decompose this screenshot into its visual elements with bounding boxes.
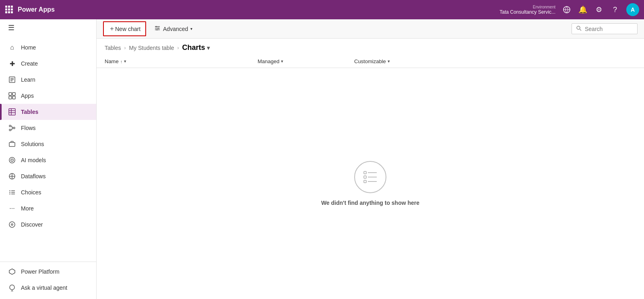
breadcrumb-sep-2: › (178, 45, 179, 51)
sidebar-solutions-label: Solutions (21, 141, 44, 147)
svg-rect-26 (9, 142, 15, 146)
help-icon[interactable]: ? (610, 5, 620, 14)
sidebar-home-label: Home (21, 44, 36, 51)
svg-rect-53 (364, 180, 366, 183)
notification-icon[interactable]: 🔔 (578, 5, 588, 14)
svg-rect-1 (8, 6, 10, 8)
sort-dropdown-icon[interactable]: ▾ (124, 59, 126, 64)
search-box[interactable] (572, 23, 638, 34)
environment-info[interactable]: Environment Tata Consultancy Servic... (500, 5, 555, 15)
sidebar-flows-label: Flows (21, 125, 36, 131)
user-avatar[interactable]: A (626, 3, 639, 16)
solutions-icon (8, 140, 16, 148)
svg-rect-16 (12, 93, 15, 95)
power-platform-icon (8, 268, 16, 276)
discover-icon (8, 221, 16, 229)
advanced-label: Advanced (163, 26, 188, 32)
create-icon: ✚ (8, 60, 16, 68)
env-name: Tata Consultancy Servic... (500, 9, 555, 15)
sidebar-nav: ⌂ Home ✚ Create Learn Apps (0, 36, 96, 236)
svg-rect-5 (11, 8, 13, 10)
sidebar-item-flows[interactable]: Flows (0, 120, 96, 136)
environment-icon[interactable] (562, 5, 572, 14)
home-icon: ⌂ (8, 43, 16, 52)
breadcrumb: Tables › My Students table › Charts ▾ (97, 39, 644, 55)
column-headers: Name ↑ ▾ Managed ▾ Customizable ▾ (97, 55, 644, 68)
search-input[interactable] (585, 26, 633, 32)
sidebar-item-home[interactable]: ⌂ Home (0, 39, 96, 56)
svg-point-47 (577, 26, 580, 29)
svg-rect-4 (8, 8, 10, 10)
sidebar-item-ai-models[interactable]: AI models (0, 152, 96, 168)
ask-agent-icon (8, 284, 16, 292)
svg-rect-17 (9, 96, 12, 99)
sidebar-item-discover[interactable]: Discover (0, 217, 96, 233)
customizable-dropdown-icon[interactable]: ▾ (388, 59, 390, 64)
svg-rect-6 (5, 11, 7, 13)
content-area: ＋ New chart Advanced ▾ Tables › M (97, 19, 644, 299)
svg-rect-49 (364, 171, 366, 174)
breadcrumb-sep-1: › (124, 45, 126, 51)
column-customizable[interactable]: Customizable ▾ (354, 58, 390, 64)
advanced-button[interactable]: Advanced ▾ (149, 23, 197, 35)
settings-icon[interactable]: ⚙ (594, 5, 604, 14)
sidebar-create-label: Create (21, 60, 38, 67)
svg-point-23 (9, 125, 11, 127)
sidebar-ai-models-label: AI models (21, 157, 46, 163)
plus-icon: ＋ (109, 25, 115, 33)
svg-rect-18 (12, 96, 15, 99)
sidebar-toggle[interactable]: ☰ (0, 19, 96, 36)
sidebar: ☰ ⌂ Home ✚ Create Learn Apps (0, 19, 97, 299)
new-chart-button[interactable]: ＋ New chart (103, 21, 146, 36)
sidebar-item-power-platform[interactable]: Power Platform (0, 264, 96, 280)
advanced-chevron-icon: ▾ (190, 27, 192, 31)
sidebar-item-create[interactable]: ✚ Create (0, 56, 96, 72)
sidebar-item-dataflows[interactable]: Dataflows (0, 168, 96, 184)
breadcrumb-students-table-link[interactable]: My Students table (129, 45, 174, 51)
sidebar-item-learn[interactable]: Learn (0, 72, 96, 88)
sidebar-bottom: Power Platform Ask a virtual agent (0, 260, 96, 299)
sidebar-learn-label: Learn (21, 76, 35, 83)
column-customizable-label: Customizable (354, 58, 386, 64)
sidebar-item-choices[interactable]: Choices (0, 184, 96, 200)
dataflows-icon (8, 172, 16, 180)
sidebar-item-tables[interactable]: Tables (0, 104, 96, 120)
sidebar-item-apps[interactable]: Apps (0, 88, 96, 104)
column-name[interactable]: Name ↑ ▾ (105, 58, 258, 64)
svg-rect-0 (5, 6, 7, 8)
svg-rect-51 (364, 176, 366, 178)
empty-state: We didn't find anything to show here (97, 68, 644, 299)
svg-point-28 (11, 159, 13, 161)
svg-point-45 (158, 28, 159, 29)
svg-point-37 (11, 224, 13, 225)
advanced-icon (154, 25, 161, 33)
svg-rect-3 (5, 8, 7, 10)
svg-marker-38 (9, 269, 15, 274)
grid-icon[interactable] (5, 5, 13, 14)
tables-icon (8, 108, 16, 116)
search-icon (576, 25, 582, 32)
sidebar-item-solutions[interactable]: Solutions (0, 136, 96, 152)
managed-dropdown-icon[interactable]: ▾ (281, 59, 283, 64)
choices-icon (8, 188, 16, 196)
empty-icon (354, 161, 386, 193)
ai-models-icon (8, 156, 16, 164)
sidebar-choices-label: Choices (21, 189, 41, 196)
apps-icon (8, 92, 16, 100)
sidebar-power-platform-label: Power Platform (21, 268, 60, 275)
learn-icon (8, 76, 16, 84)
column-managed[interactable]: Managed ▾ (258, 58, 354, 64)
sidebar-more-label: More (21, 205, 34, 212)
empty-state-message: We didn't find anything to show here (321, 200, 419, 206)
svg-rect-15 (9, 93, 12, 95)
env-label: Environment (533, 5, 555, 9)
new-chart-label: New chart (115, 26, 140, 32)
svg-point-46 (157, 29, 158, 31)
sidebar-dataflows-label: Dataflows (21, 173, 45, 179)
topbar-right: Environment Tata Consultancy Servic... 🔔… (500, 3, 639, 16)
sidebar-item-ask-agent[interactable]: Ask a virtual agent (0, 280, 96, 296)
breadcrumb-chevron-icon[interactable]: ▾ (207, 45, 210, 51)
breadcrumb-tables-link[interactable]: Tables (105, 45, 121, 51)
sidebar-item-more[interactable]: ··· More (0, 200, 96, 217)
sidebar-ask-agent-label: Ask a virtual agent (21, 285, 67, 291)
